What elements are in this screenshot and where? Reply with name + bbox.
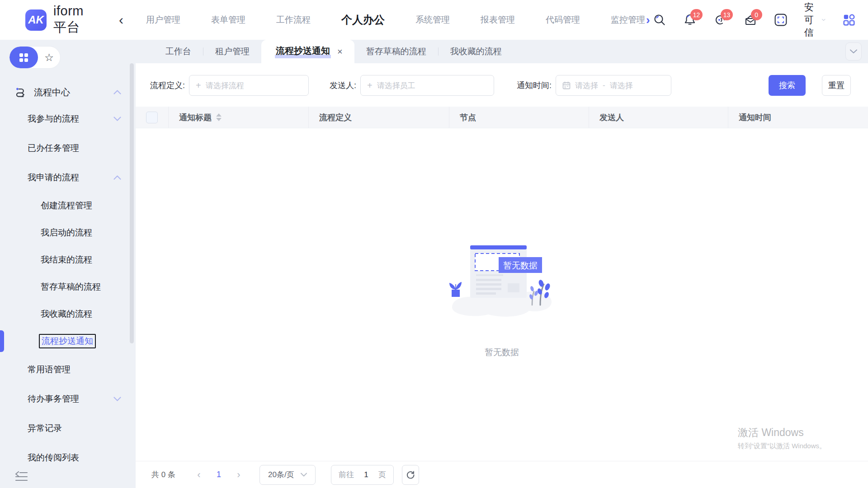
watermark-line1: 激活 Windows xyxy=(738,426,826,440)
nav-item-system-management[interactable]: 系统管理 xyxy=(400,14,465,26)
tab-favorite-process[interactable]: 我收藏的流程 xyxy=(439,40,514,63)
sidebar-item-cc-notification[interactable]: 流程抄送通知 xyxy=(0,328,136,355)
time-range-input[interactable]: 请选择 - 请选择 xyxy=(556,75,671,96)
sidebar-item-todo-management[interactable]: 待办事务管理 xyxy=(0,384,136,413)
goto-suffix: 页 xyxy=(378,469,386,480)
refresh-button[interactable] xyxy=(402,465,419,485)
goto-page-input[interactable] xyxy=(359,470,373,479)
goto-prefix: 前往 xyxy=(339,469,354,480)
sidebar-item-label: 我收藏的流程 xyxy=(41,308,92,320)
sidebar-item-process-center[interactable]: 流程中心 xyxy=(0,80,136,104)
page-number[interactable]: 1 xyxy=(209,470,229,479)
page-size-select[interactable]: 20条/页 xyxy=(259,465,316,485)
refresh-icon xyxy=(406,470,415,479)
sidebar-item-label: 我的传阅列表 xyxy=(28,452,79,464)
range-separator: - xyxy=(603,81,605,90)
chevron-down-icon xyxy=(113,397,121,401)
page-size-value: 20条/页 xyxy=(268,469,294,480)
close-icon[interactable]: × xyxy=(337,47,343,56)
sidebar-item-label: 我参与的流程 xyxy=(28,113,79,125)
tab-tenant-management[interactable]: 租户管理 xyxy=(203,40,261,63)
table-header: 通知标题 流程定义 节点 发送人 通知时间 xyxy=(136,107,868,128)
user-caret-down-icon xyxy=(822,18,826,22)
notification-bell-icon[interactable]: 12 xyxy=(683,13,697,27)
tab-bar: 工作台 租户管理 流程抄送通知 × 暂存草稿的流程 我收藏的流程 xyxy=(136,40,868,63)
sidebar-item-favorite-process[interactable]: 我收藏的流程 xyxy=(0,300,136,328)
prev-page-icon[interactable]: ‹ xyxy=(189,469,209,481)
sidebar-collapse-icon[interactable] xyxy=(14,471,28,483)
empty-ribbon-text: 暂无数据 xyxy=(503,261,538,270)
sidebar-item-my-circulation-list[interactable]: 我的传阅列表 xyxy=(0,443,136,472)
time-filter-label: 通知时间: xyxy=(517,80,552,91)
nav-collapse-chevron-icon[interactable]: ‹ xyxy=(119,13,123,27)
sidebar-item-label: 我申请的流程 xyxy=(28,172,79,183)
sidebar-item-exception-records[interactable]: 异常记录 xyxy=(0,413,136,443)
search-button[interactable]: 搜索 xyxy=(769,75,806,96)
sort-icon[interactable] xyxy=(216,113,222,121)
tab-cc-notification[interactable]: 流程抄送通知 × xyxy=(261,40,354,63)
empty-caption: 暂无数据 xyxy=(485,347,519,358)
chevron-down-icon xyxy=(850,49,857,54)
logo-text: AK xyxy=(28,14,44,26)
next-page-icon[interactable]: › xyxy=(229,469,249,481)
nav-item-personal-office[interactable]: 个人办公 xyxy=(326,13,400,27)
sidebar-item-label: 已办任务管理 xyxy=(28,142,79,154)
header-icons: 12 13 0 xyxy=(653,1,868,39)
nav-item-report-management[interactable]: 报表管理 xyxy=(465,14,530,26)
search-icon[interactable] xyxy=(653,13,666,27)
nav-item-user-management[interactable]: 用户管理 xyxy=(131,14,196,26)
process-select-input[interactable]: + 请选择流程 xyxy=(189,75,309,96)
column-header-node: 节点 xyxy=(449,107,589,128)
nav-item-form-management[interactable]: 表单管理 xyxy=(196,14,261,26)
tab-list-dropdown-button[interactable] xyxy=(845,42,862,61)
mail-badge-count: 0 xyxy=(751,9,762,20)
top-nav: 用户管理 表单管理 工作流程 个人办公 系统管理 报表管理 代码管理 监控管理 … xyxy=(131,13,653,27)
fullscreen-icon[interactable] xyxy=(774,13,788,27)
sidebar-item-label: 我启动的流程 xyxy=(41,227,92,239)
sidebar-scrollbar[interactable] xyxy=(130,63,134,343)
nav-item-monitor-management[interactable]: 监控管理 xyxy=(595,14,645,26)
sidebar-item-my-finished[interactable]: 我结束的流程 xyxy=(0,246,136,273)
column-header-notice-title[interactable]: 通知标题 xyxy=(168,107,308,128)
sidebar-item-label: 待办事务管理 xyxy=(28,393,79,405)
chevron-down-icon xyxy=(113,117,121,121)
broadcast-icon[interactable]: 13 xyxy=(713,13,727,27)
sidebar-item-done-tasks[interactable]: 已办任务管理 xyxy=(0,133,136,163)
app-title: iform平台 xyxy=(53,4,84,37)
sender-select-input[interactable]: + 请选择员工 xyxy=(360,75,494,96)
pagination-bar: 共 0 条 ‹ 1 › 20条/页 前往 页 xyxy=(136,461,868,488)
tab-workbench[interactable]: 工作台 xyxy=(154,40,203,63)
mail-icon[interactable]: 0 xyxy=(744,13,757,27)
user-menu[interactable]: 安可信 xyxy=(804,1,826,39)
apps-grid-icon[interactable] xyxy=(842,13,856,27)
filter-bar: 流程定义: + 请选择流程 发送人: + 请选择员工 通知时间: 请选择 - xyxy=(136,63,868,107)
chevron-down-icon xyxy=(301,473,307,477)
sidebar-item-my-started[interactable]: 我启动的流程 xyxy=(0,219,136,246)
tab-draft-process[interactable]: 暂存草稿的流程 xyxy=(354,40,438,63)
sidebar-item-create-process[interactable]: 创建流程管理 xyxy=(0,192,136,219)
sidebar-item-label: 异常记录 xyxy=(28,422,62,434)
sidebar-item-draft-process[interactable]: 暂存草稿的流程 xyxy=(0,273,136,300)
process-select-placeholder: 请选择流程 xyxy=(206,80,244,91)
select-all-checkbox[interactable] xyxy=(146,112,158,123)
goto-page-group: 前往 页 xyxy=(331,465,394,485)
sidebar-item-label: 创建流程管理 xyxy=(41,200,92,211)
top-header: AK iform平台 ‹ 用户管理 表单管理 工作流程 个人办公 系统管理 报表… xyxy=(0,0,868,40)
app-logo: AK xyxy=(25,9,47,31)
column-header-notice-time: 通知时间 xyxy=(728,107,868,128)
sidebar-item-label: 流程中心 xyxy=(34,86,70,99)
menu-view-button[interactable] xyxy=(9,47,38,68)
nav-item-workflow[interactable]: 工作流程 xyxy=(261,14,326,26)
active-indicator-bar xyxy=(0,330,4,352)
sidebar-item-common-phrases[interactable]: 常用语管理 xyxy=(0,355,136,384)
column-label: 通知时间 xyxy=(739,112,771,123)
favorites-view-button[interactable]: ☆ xyxy=(38,47,60,68)
sidebar-item-my-applied[interactable]: 我申请的流程 xyxy=(0,163,136,192)
sidebar-item-my-participated[interactable]: 我参与的流程 xyxy=(0,104,136,133)
chevron-up-icon xyxy=(113,90,121,94)
grid-icon xyxy=(19,53,28,62)
sidebar-item-label: 流程抄送通知 xyxy=(39,334,96,348)
nav-more-arrow-icon[interactable]: › xyxy=(646,14,650,26)
reset-button[interactable]: 重置 xyxy=(822,75,851,96)
nav-item-code-management[interactable]: 代码管理 xyxy=(530,14,595,26)
